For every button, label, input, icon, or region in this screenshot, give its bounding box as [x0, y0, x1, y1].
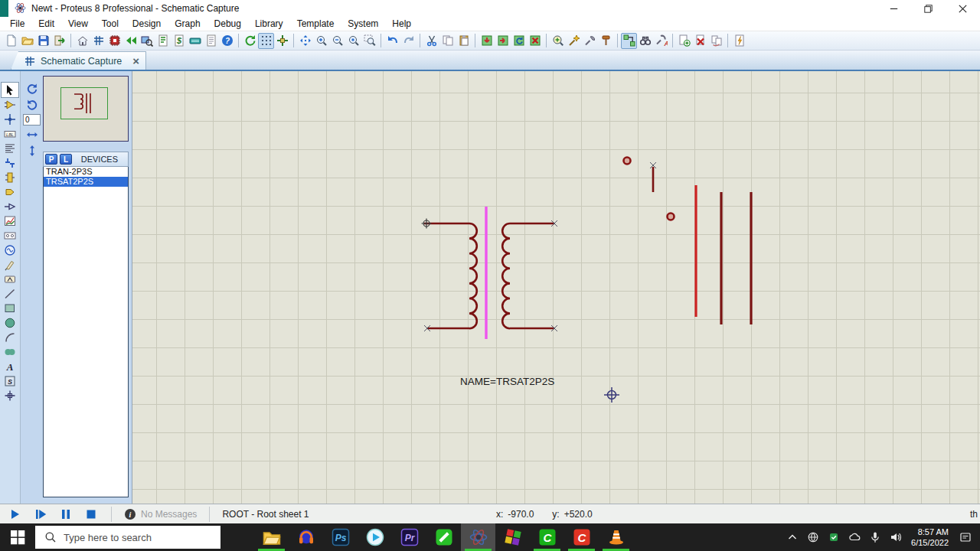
remove-sheet-button[interactable] [692, 33, 708, 49]
tool-2d-symbol[interactable]: S [2, 373, 18, 388]
wire-autorouter-button[interactable] [621, 33, 637, 49]
tray-microphone[interactable] [867, 527, 884, 548]
taskbar-mixcraft[interactable] [495, 523, 530, 551]
tool-tape-recorder[interactable] [2, 228, 18, 243]
save-project-button[interactable] [35, 33, 51, 49]
packaging-tool-button[interactable] [582, 33, 598, 49]
taskbar-clock[interactable]: 8:57 AM 6/15/2022 [911, 527, 949, 549]
menu-debug[interactable]: Debug [207, 17, 248, 31]
tray-expand-button[interactable] [784, 527, 801, 548]
origin-button[interactable] [274, 33, 290, 49]
tray-volume[interactable] [887, 527, 904, 548]
block-delete-button[interactable] [527, 33, 543, 49]
pcb-layout-button[interactable] [106, 33, 122, 49]
menu-design[interactable]: Design [126, 17, 168, 31]
redraw-button[interactable] [242, 33, 258, 49]
tool-2d-box[interactable] [2, 301, 18, 315]
device-item-tran-2p3s[interactable]: TRAN-2P3S [44, 167, 128, 177]
block-rotate-button[interactable] [511, 33, 527, 49]
tool-text-script[interactable] [2, 141, 18, 155]
taskbar-file-explorer[interactable] [254, 523, 289, 551]
message-area[interactable]: i No Messages [115, 508, 206, 520]
schematic-capture-button[interactable] [90, 33, 106, 49]
make-device-button[interactable] [566, 33, 582, 49]
taskbar-camtasia[interactable]: C [530, 523, 564, 551]
taskbar-potplayer[interactable] [358, 523, 392, 551]
paste-button[interactable] [456, 33, 472, 49]
menu-template[interactable]: Template [290, 17, 341, 31]
undo-button[interactable] [384, 33, 400, 49]
zoom-extents-button[interactable] [345, 33, 361, 49]
pan-button[interactable] [297, 33, 313, 49]
taskbar-audacity[interactable] [289, 523, 323, 551]
pick-parts-button[interactable] [550, 33, 566, 49]
menu-help[interactable]: Help [385, 17, 418, 31]
import-project-button[interactable] [51, 33, 67, 49]
taskbar-photoshop[interactable]: Ps [323, 523, 358, 551]
taskbar-vlc[interactable] [599, 523, 633, 551]
bom-button[interactable] [155, 33, 171, 49]
tool-junction-dot[interactable] [2, 112, 18, 126]
rotate-anticlockwise-button[interactable] [24, 98, 40, 112]
taskbar-premiere[interactable]: Pr [392, 523, 426, 551]
design-explorer-button[interactable]: $ [171, 33, 187, 49]
minimize-button[interactable] [877, 0, 911, 17]
new-file-button[interactable] [3, 33, 19, 49]
play-button[interactable] [9, 508, 21, 520]
start-button[interactable] [0, 523, 35, 551]
back-annotate-button[interactable] [122, 33, 139, 49]
zoom-out-button[interactable] [329, 33, 345, 49]
device-item-trsat2p2s[interactable]: TRSAT2P2S [44, 177, 128, 187]
tray-antivirus[interactable] [825, 527, 842, 548]
gerber-view-button[interactable] [187, 33, 203, 49]
mirror-horizontal-button[interactable] [24, 128, 40, 142]
library-manager-button[interactable]: L [60, 154, 72, 165]
zoom-in-button[interactable] [313, 33, 329, 49]
tool-current-probe[interactable] [2, 272, 18, 286]
menu-library[interactable]: Library [248, 17, 290, 31]
rotation-angle-input[interactable] [23, 114, 41, 126]
pick-devices-button[interactable]: P [45, 154, 57, 165]
tool-generator[interactable] [2, 243, 18, 257]
decompose-button[interactable] [598, 33, 614, 49]
tool-2d-path[interactable] [2, 344, 18, 359]
tool-wire-label[interactable]: LBL [2, 126, 18, 141]
project-notes-button[interactable] [203, 33, 219, 49]
loose-ring-1[interactable] [624, 158, 631, 165]
tool-2d-line[interactable] [2, 286, 18, 301]
copy-button[interactable] [439, 33, 456, 49]
menu-file[interactable]: File [3, 17, 31, 31]
loose-ring-2[interactable] [668, 214, 675, 220]
tray-onedrive[interactable] [846, 527, 863, 548]
tool-2d-arc[interactable] [2, 330, 18, 344]
menu-graph[interactable]: Graph [168, 17, 207, 31]
rotate-clockwise-button[interactable] [24, 82, 40, 96]
tool-device-pin[interactable] [2, 199, 18, 214]
tool-subcircuit[interactable] [2, 170, 18, 184]
3d-visualizer-button[interactable] [139, 33, 155, 49]
restore-button[interactable] [911, 0, 946, 17]
property-assignment-button[interactable]: A [653, 33, 669, 49]
pause-button[interactable] [60, 508, 72, 520]
stop-button[interactable] [85, 508, 97, 520]
schematic-canvas[interactable]: NAME=TRSAT2P2S [132, 71, 980, 504]
tool-bus[interactable] [2, 155, 18, 170]
zoom-area-button[interactable] [361, 33, 377, 49]
tool-2d-text[interactable]: A [2, 359, 18, 373]
menu-tool[interactable]: Tool [95, 17, 126, 31]
block-move-button[interactable] [495, 33, 511, 49]
new-sheet-button[interactable] [676, 33, 692, 49]
tool-voltage-probe[interactable] [2, 257, 18, 272]
tool-component[interactable] [2, 97, 18, 112]
menu-view[interactable]: View [61, 17, 95, 31]
block-copy-button[interactable] [479, 33, 495, 49]
toggle-grid-button[interactable] [258, 33, 274, 49]
action-center-button[interactable] [957, 527, 974, 548]
transformer-trsat2p2s[interactable]: NAME=TRSAT2P2S [422, 207, 558, 387]
tab-schematic-capture[interactable]: Schematic Capture × [11, 51, 146, 70]
taskbar-proteus[interactable] [461, 523, 495, 551]
taskbar-line[interactable] [426, 523, 461, 551]
search-input[interactable] [64, 532, 220, 543]
menu-system[interactable]: System [341, 17, 385, 31]
cut-button[interactable] [423, 33, 439, 49]
